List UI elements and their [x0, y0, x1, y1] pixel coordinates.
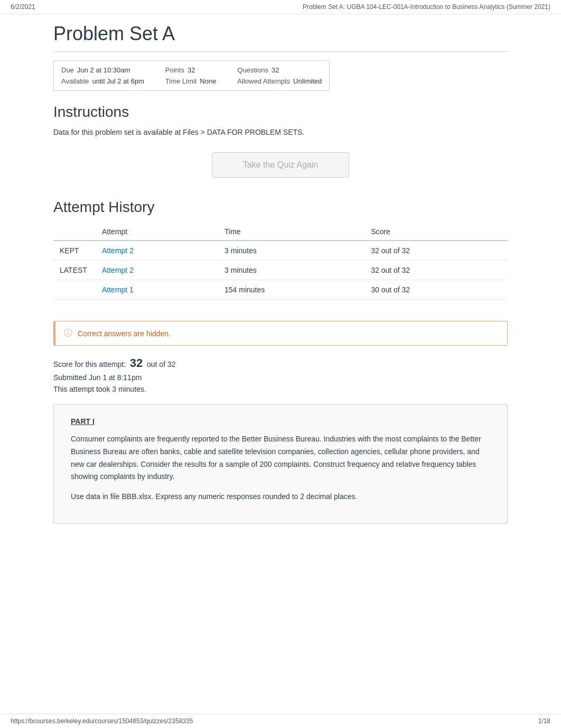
- available-value: until Jul 2 at 6pm: [92, 77, 144, 85]
- submitted-info: Submitted Jun 1 at 8:11pm: [53, 373, 508, 382]
- top-bar-date: 6/2/2021: [11, 3, 35, 11]
- questions-label: Questions: [237, 66, 268, 74]
- score-cell-1: 32 out of 32: [364, 241, 508, 261]
- col-label-header: [53, 223, 96, 241]
- points-label: Points: [165, 66, 184, 74]
- attempt-2-link-kept[interactable]: Attempt 2: [102, 246, 134, 255]
- time-limit-label: Time Limit: [165, 77, 197, 85]
- attempt-link-cell[interactable]: Attempt 2: [96, 261, 218, 280]
- allowed-attempts-value: Unlimited: [293, 77, 322, 85]
- available-label: Available: [61, 77, 89, 85]
- page-title: Problem Set A: [53, 23, 508, 52]
- notice-box: ⓘ Correct answers are hidden.: [53, 321, 508, 346]
- table-row: Attempt 1 154 minutes 30 out of 32: [53, 280, 508, 300]
- allowed-attempts-label: Allowed Attempts: [237, 77, 290, 85]
- duration-info: This attempt took 3 minutes.: [53, 385, 508, 393]
- row-label-kept: KEPT: [53, 241, 96, 261]
- due-label: Due: [61, 66, 74, 74]
- take-quiz-button[interactable]: Take the Quiz Again: [212, 152, 349, 178]
- attempt-history-table: Attempt Time Score KEPT Attempt 2 3 minu…: [53, 223, 508, 300]
- row-label-empty: [53, 280, 96, 300]
- table-row: LATEST Attempt 2 3 minutes 32 out of 32: [53, 261, 508, 280]
- meta-table: Due Jun 2 at 10:30am Points 32 Questions…: [53, 60, 330, 91]
- time-cell-2: 3 minutes: [218, 261, 364, 280]
- instructions-text: Data for this problem set is available a…: [53, 128, 508, 136]
- attempt-link-cell[interactable]: Attempt 1: [96, 280, 218, 300]
- score-number: 32: [130, 356, 143, 370]
- attempt-history-title: Attempt History: [53, 199, 508, 216]
- time-cell-3: 154 minutes: [218, 280, 364, 300]
- score-cell-2: 32 out of 32: [364, 261, 508, 280]
- notice-icon: ⓘ: [64, 328, 72, 339]
- points-value: 32: [188, 66, 195, 74]
- table-row: KEPT Attempt 2 3 minutes 32 out of 32: [53, 241, 508, 261]
- time-limit-value: None: [200, 77, 216, 85]
- allowed-attempts-pair: Allowed Attempts Unlimited: [237, 77, 322, 85]
- questions-pair: Questions 32: [237, 66, 322, 74]
- page-wrapper: Problem Set A Due Jun 2 at 10:30am Point…: [43, 14, 518, 545]
- score-for-attempt: Score for this attempt: 32 out of 32: [53, 356, 508, 370]
- time-cell-1: 3 minutes: [218, 241, 364, 261]
- col-score-header: Score: [364, 223, 508, 241]
- col-attempt-header: Attempt: [96, 223, 218, 241]
- score-info-block: Score for this attempt: 32 out of 32 Sub…: [53, 356, 508, 393]
- top-bar: 6/2/2021 Problem Set A: UGBA 104-LEC-001…: [0, 0, 561, 14]
- score-label: Score for this attempt:: [53, 360, 126, 368]
- attempt-link-cell[interactable]: Attempt 2: [96, 241, 218, 261]
- points-pair: Points 32: [165, 66, 217, 74]
- row-label-latest: LATEST: [53, 261, 96, 280]
- score-out-of: out of 32: [147, 360, 176, 368]
- score-cell-3: 30 out of 32: [364, 280, 508, 300]
- col-time-header: Time: [218, 223, 364, 241]
- attempt-1-link[interactable]: Attempt 1: [102, 285, 134, 294]
- instructions-title: Instructions: [53, 104, 508, 121]
- available-pair: Available until Jul 2 at 6pm: [61, 77, 144, 85]
- content-card: PART I Consumer complaints are frequentl…: [53, 404, 508, 524]
- questions-value: 32: [272, 66, 279, 74]
- due-pair: Due Jun 2 at 10:30am: [61, 66, 144, 74]
- notice-text: Correct answers are hidden.: [78, 329, 171, 338]
- content-paragraph-2: Use data in file BBB.xlsx. Express any n…: [71, 491, 490, 503]
- part-label: PART I: [71, 417, 490, 426]
- content-body: Consumer complaints are frequently repor…: [71, 433, 490, 503]
- top-bar-title: Problem Set A: UGBA 104-LEC-001A-Introdu…: [303, 3, 550, 11]
- content-paragraph-1: Consumer complaints are frequently repor…: [71, 433, 490, 483]
- attempt-2-link-latest[interactable]: Attempt 2: [102, 266, 134, 274]
- time-limit-pair: Time Limit None: [165, 77, 217, 85]
- due-value: Jun 2 at 10:30am: [77, 66, 130, 74]
